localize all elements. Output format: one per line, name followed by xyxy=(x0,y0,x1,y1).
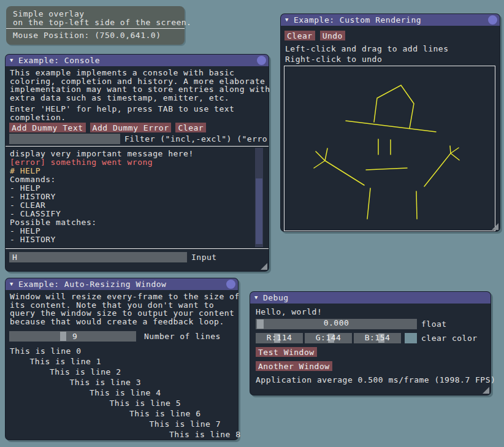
application-stats-text: Application average 0.500 ms/frame (1998… xyxy=(256,376,495,384)
float-slider-row: 0.000 float xyxy=(250,319,491,330)
line-text: This is line 8 xyxy=(6,429,238,440)
float-slider-label: float xyxy=(421,320,447,329)
custom-rendering-button[interactable]: Clear xyxy=(284,31,315,40)
console-intro-line: extra data such as timestamp, emitter, e… xyxy=(10,94,270,102)
filter-label: Filter ("incl,-excl") ("error" xyxy=(124,135,269,143)
line-text: This is line 3 xyxy=(6,377,238,388)
console-scrollbar[interactable] xyxy=(255,148,263,247)
console-log-line: Possible matches: xyxy=(6,218,268,227)
test-window-button[interactable]: Test Window xyxy=(256,347,317,357)
slider-label: Number of lines xyxy=(144,332,221,341)
slider-grab[interactable] xyxy=(60,332,66,341)
console-intro-line: implementation may want to store entries… xyxy=(10,85,270,94)
rgb-slider[interactable]: R:114 xyxy=(256,333,303,343)
auto-resizing-description: Window will resize every-frame to the si… xyxy=(10,292,240,326)
hello-world-text: Hello, world! xyxy=(256,308,322,316)
collapse-arrow-icon[interactable]: ▼ xyxy=(285,14,289,26)
simple-overlay-window: Simple overlay on the top-left side of t… xyxy=(6,6,185,45)
collapse-arrow-icon[interactable]: ▼ xyxy=(10,278,13,290)
console-separator-bottom xyxy=(6,248,269,249)
custom-rendering-hint1: Left-click and drag to add lines xyxy=(285,45,448,53)
clear-color-swatch[interactable] xyxy=(405,333,417,343)
mouse-position-text: Mouse Position: (750.0,641.0) xyxy=(13,31,161,40)
lines-slider-row: 9 Number of lines xyxy=(9,331,238,342)
overlay-text-line1: Simple overlay xyxy=(13,10,85,18)
resize-grip-icon[interactable] xyxy=(483,387,489,394)
console-intro-line: completion. xyxy=(10,113,270,122)
console-log-line: Commands: xyxy=(6,175,268,184)
auto-resizing-titlebar[interactable]: ▼ Example: Auto-Resizing Window xyxy=(6,278,238,290)
custom-rendering-titlebar[interactable]: ▼ Example: Custom Rendering xyxy=(281,14,500,26)
custom-rendering-hint2: Right-click to undo xyxy=(285,55,382,64)
auto-resizing-window-title: Example: Auto-Resizing Window xyxy=(18,280,166,289)
console-log-line: display very important message here! xyxy=(6,150,268,158)
rgb-slider-value: G:144 xyxy=(316,333,342,342)
auto-resizing-lines: This is line 0This is line 1This is line… xyxy=(6,346,238,440)
slider-value: 9 xyxy=(72,332,77,341)
console-titlebar[interactable]: ▼ Example: Console xyxy=(6,55,269,66)
resize-grip-icon[interactable] xyxy=(492,223,498,230)
scrollbar-thumb[interactable] xyxy=(256,178,262,244)
console-input-label: Input xyxy=(191,253,217,262)
custom-rendering-button[interactable]: Undo xyxy=(320,31,345,40)
debug-titlebar[interactable]: ▼ Debug xyxy=(250,292,491,304)
console-filter-row: Filter ("incl,-excl") ("error" xyxy=(9,134,269,145)
console-action-button[interactable]: Clear xyxy=(175,123,206,132)
custom-rendering-window-title: Example: Custom Rendering xyxy=(294,16,421,25)
console-log-line: - HELP xyxy=(6,227,268,235)
debug-window-title: Debug xyxy=(263,294,289,302)
line-text: This is line 1 xyxy=(6,356,238,367)
console-log-line: - CLEAR xyxy=(6,201,268,210)
auto-resizing-description-line: because that would create a feedback loo… xyxy=(10,318,240,326)
console-log-line: - CLASSIFY xyxy=(6,210,268,218)
close-icon[interactable] xyxy=(488,15,497,25)
console-log-line: - HISTORY xyxy=(6,193,268,201)
console-intro-line: This example implements a console with b… xyxy=(10,69,270,77)
drawing-canvas[interactable] xyxy=(284,66,495,231)
filter-input[interactable] xyxy=(9,134,120,144)
line-text: This is line 4 xyxy=(6,388,238,398)
auto-resizing-description-line: Window will resize every-frame to the si… xyxy=(10,292,240,301)
close-icon[interactable] xyxy=(257,56,266,65)
console-action-button[interactable]: Add Dummy Error xyxy=(90,123,172,132)
rgb-slider[interactable]: B:154 xyxy=(354,333,401,343)
debug-window: ▼ Debug Hello, world! 0.000 float R:114 … xyxy=(250,291,491,395)
another-window-button[interactable]: Another Window xyxy=(256,361,332,371)
console-separator-top xyxy=(6,146,269,147)
auto-resizing-description-line: query the window size to output your con… xyxy=(10,309,240,318)
console-command-input[interactable] xyxy=(9,252,187,262)
console-log-line: - HISTORY xyxy=(6,235,268,244)
console-intro-line: coloring, completion and history. A more… xyxy=(10,77,270,86)
custom-rendering-window: ▼ Example: Custom Rendering ClearUndo Le… xyxy=(280,13,500,232)
line-text: This is line 6 xyxy=(6,408,238,419)
console-log-line: # HELP xyxy=(6,167,268,175)
close-icon[interactable] xyxy=(226,280,235,289)
line-text: This is line 2 xyxy=(6,367,238,377)
rgb-slider-row: R:114 G:144 B:154 xyxy=(256,333,401,343)
rgb-slider[interactable]: G:144 xyxy=(305,333,352,343)
console-window-title: Example: Console xyxy=(18,56,100,65)
collapse-arrow-icon[interactable]: ▼ xyxy=(10,55,13,66)
float-slider[interactable]: 0.000 xyxy=(256,319,417,329)
number-of-lines-slider[interactable]: 9 xyxy=(9,331,136,342)
custom-rendering-button-row: ClearUndo xyxy=(284,31,345,40)
float-slider-value: 0.000 xyxy=(324,318,349,327)
slider-grab[interactable] xyxy=(257,319,264,329)
auto-resizing-description-line: its content. Note that you don't want to xyxy=(10,301,240,310)
overlay-separator xyxy=(6,28,185,29)
resize-grip-icon[interactable] xyxy=(261,263,267,270)
console-log-area[interactable]: some more textdisplay very important mes… xyxy=(6,148,268,247)
collapse-arrow-icon[interactable]: ▼ xyxy=(254,292,258,304)
auto-resizing-window: ▼ Example: Auto-Resizing Window Window w… xyxy=(5,278,239,440)
clear-color-label: clear color xyxy=(421,334,478,343)
console-action-button[interactable]: Add Dummy Text xyxy=(9,123,86,132)
console-log-line: - HELP xyxy=(6,184,268,193)
console-window: ▼ Example: Console This example implemen… xyxy=(5,54,269,272)
overlay-text-line2: on the top-left side of the screen. xyxy=(13,18,191,27)
drawing-svg xyxy=(284,66,495,231)
console-input-row: Input xyxy=(9,252,269,263)
line-text: This is line 0 xyxy=(6,346,238,356)
console-log-line: [error] something went wrong xyxy=(6,158,268,167)
rgb-slider-value: R:114 xyxy=(267,333,292,342)
console-intro-line: Enter 'HELP' for help, press TAB to use … xyxy=(10,105,270,113)
